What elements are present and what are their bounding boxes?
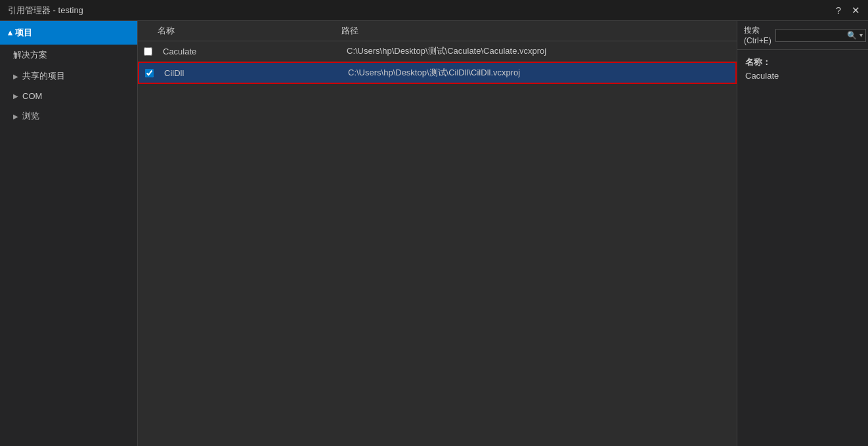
close-button[interactable]: ✕ — [852, 5, 860, 16]
row-path-caculate: C:\Users\hp\Desktop\测试\Caculate\Caculate… — [341, 44, 737, 58]
table-row[interactable]: Caculate C:\Users\hp\Desktop\测试\Caculate… — [138, 41, 737, 62]
sidebar-item-label-browse: 浏览 — [22, 110, 39, 122]
row-check-caculate[interactable] — [138, 47, 158, 56]
sidebar: ▴ 项目 解决方案 ▶ 共享的项目 ▶ COM ▶ 浏览 — [0, 21, 138, 446]
sidebar-item-shared[interactable]: ▶ 共享的项目 — [0, 66, 137, 87]
checkbox-cildll[interactable] — [145, 69, 154, 77]
minimize-button[interactable]: ? — [836, 5, 841, 16]
sidebar-item-label-solution: 解决方案 — [13, 49, 47, 61]
title-bar: 引用管理器 - testing ? ✕ — [0, 0, 868, 21]
sidebar-item-label-shared: 共享的项目 — [22, 70, 65, 82]
search-input-box: 🔍 ▾ — [775, 29, 866, 42]
row-name-cildll: CilDll — [159, 67, 343, 79]
checkbox-caculate[interactable] — [144, 47, 152, 56]
sidebar-header-label: ▴ 项目 — [8, 27, 32, 39]
col-header-check — [138, 25, 158, 37]
sidebar-header: ▴ 项目 — [0, 21, 137, 45]
col-header-name: 名称 — [158, 25, 341, 37]
detail-value: Caculate — [745, 71, 860, 81]
sidebar-item-browse[interactable]: ▶ 浏览 — [0, 106, 137, 127]
reference-table: Caculate C:\Users\hp\Desktop\测试\Caculate… — [138, 41, 737, 446]
sidebar-item-solution[interactable]: 解决方案 — [0, 45, 137, 66]
table-header: 名称 路径 — [138, 21, 737, 41]
search-dropdown-icon[interactable]: ▾ — [859, 31, 863, 39]
content-area: 名称 路径 Caculate C:\Users\hp\Desktop\测试\Ca… — [138, 21, 737, 446]
title-bar-controls: ? ✕ — [836, 5, 860, 16]
title-bar-text: 引用管理器 - testing — [8, 5, 83, 16]
chevron-right-icon: ▶ — [13, 73, 18, 80]
chevron-right-icon-browse: ▶ — [13, 113, 18, 120]
search-bar: 搜索(Ctrl+E) 🔍 ▾ — [737, 21, 868, 50]
table-row-selected[interactable]: CilDll C:\Users\hp\Desktop\测试\CilDll\Cil… — [138, 62, 737, 84]
row-name-caculate: Caculate — [158, 45, 341, 58]
chevron-right-icon-com: ▶ — [13, 92, 18, 100]
right-detail: 名称： Caculate — [737, 50, 868, 87]
row-check-cildll[interactable] — [139, 69, 159, 77]
right-panel: 搜索(Ctrl+E) 🔍 ▾ 名称： Caculate — [737, 21, 868, 446]
detail-label: 名称： — [745, 56, 860, 68]
search-icon[interactable]: 🔍 — [847, 31, 857, 40]
search-input[interactable] — [779, 31, 844, 40]
sidebar-item-com[interactable]: ▶ COM — [0, 87, 137, 106]
row-path-cildll: C:\Users\hp\Desktop\测试\CilDll\CilDll.vcx… — [343, 66, 735, 80]
sidebar-item-label-com: COM — [22, 91, 42, 101]
col-header-path: 路径 — [341, 25, 737, 37]
search-label: 搜索(Ctrl+E) — [744, 25, 771, 45]
